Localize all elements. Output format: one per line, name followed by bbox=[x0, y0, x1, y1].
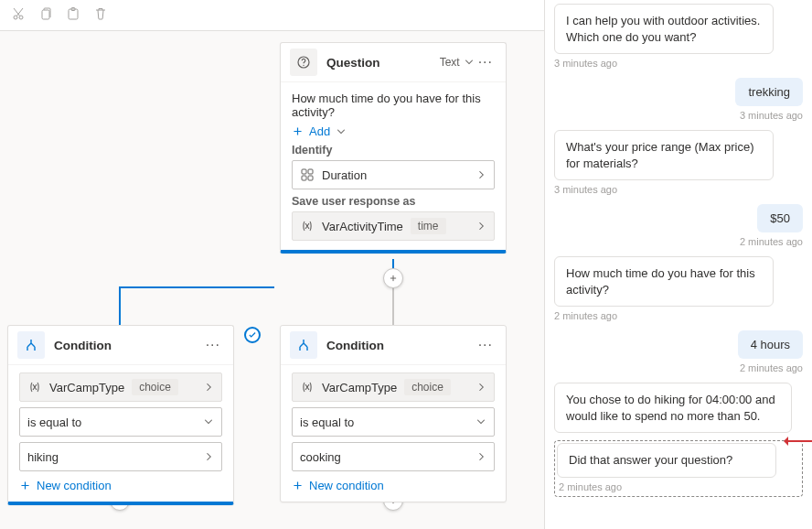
validated-badge bbox=[244, 327, 261, 343]
card-title: Question bbox=[326, 56, 440, 70]
variable-type-chip: choice bbox=[404, 379, 451, 395]
value-field[interactable]: hiking bbox=[19, 442, 222, 471]
more-icon[interactable]: ··· bbox=[202, 337, 224, 353]
timestamp: 3 minutes ago bbox=[554, 110, 803, 121]
authoring-canvas[interactable]: Question Text ··· How much time do you h… bbox=[0, 31, 544, 529]
bot-message: How much time do you have for this activ… bbox=[554, 256, 774, 307]
bot-message: What's your price range (Max price) for … bbox=[554, 130, 774, 180]
grid-icon bbox=[300, 167, 315, 182]
annotation-arrow bbox=[785, 440, 812, 442]
operator-field[interactable]: is equal to bbox=[19, 407, 222, 437]
timestamp: 3 minutes ago bbox=[554, 184, 803, 195]
chevron-down-icon bbox=[203, 416, 214, 427]
bot-message: I can help you with outdoor activities. … bbox=[554, 4, 774, 54]
branch-icon bbox=[290, 331, 317, 359]
operator-field[interactable]: is equal to bbox=[292, 407, 495, 437]
timestamp: 3 minutes ago bbox=[554, 58, 803, 69]
question-type-label: Text bbox=[440, 56, 460, 69]
chevron-right-icon bbox=[475, 451, 486, 462]
condition-card[interactable]: Condition ··· VarCampType choice is equa… bbox=[280, 325, 507, 502]
new-condition-button[interactable]: New condition bbox=[292, 479, 495, 492]
more-icon[interactable]: ··· bbox=[475, 54, 497, 70]
variable-type-chip: choice bbox=[132, 379, 178, 395]
variable-field[interactable]: VarCampType choice bbox=[292, 372, 495, 402]
user-message: $50 bbox=[757, 204, 803, 232]
bot-message: Did that answer your question? bbox=[557, 443, 776, 478]
copy-icon[interactable] bbox=[38, 6, 53, 25]
condition-card[interactable]: Condition ··· VarCampType choice is equa… bbox=[7, 325, 234, 505]
toolbar bbox=[0, 0, 544, 31]
question-prompt: How much time do you have for this activ… bbox=[292, 92, 495, 119]
variable-field[interactable]: VarCampType choice bbox=[19, 372, 222, 402]
chevron-right-icon bbox=[475, 169, 486, 180]
question-card[interactable]: Question Text ··· How much time do you h… bbox=[280, 42, 507, 254]
card-title: Condition bbox=[326, 339, 475, 352]
save-response-label: Save user response as bbox=[292, 195, 495, 208]
card-title: Condition bbox=[54, 339, 202, 352]
chevron-right-icon bbox=[475, 382, 486, 393]
test-chat-panel: I can help you with outdoor activities. … bbox=[544, 0, 812, 529]
add-message-button[interactable]: Add bbox=[292, 124, 495, 138]
pending-message-group: Did that answer your question? 2 minutes… bbox=[554, 440, 803, 497]
bot-message: You chose to do hiking for 04:00:00 and … bbox=[554, 383, 792, 433]
timestamp: 2 minutes ago bbox=[559, 481, 800, 492]
identify-field[interactable]: Duration bbox=[292, 160, 495, 189]
variable-icon bbox=[300, 219, 315, 233]
variable-type-chip: time bbox=[411, 218, 446, 234]
branch-icon bbox=[17, 331, 45, 359]
timestamp: 2 minutes ago bbox=[554, 362, 803, 373]
identify-label: Identify bbox=[292, 144, 495, 157]
question-icon bbox=[290, 49, 317, 76]
chevron-right-icon bbox=[203, 451, 214, 462]
delete-icon[interactable] bbox=[93, 6, 108, 25]
chevron-right-icon bbox=[475, 221, 486, 232]
variable-icon bbox=[300, 380, 315, 394]
paste-icon[interactable] bbox=[66, 6, 80, 25]
add-node-button[interactable] bbox=[383, 268, 403, 288]
chevron-right-icon bbox=[203, 382, 214, 393]
variable-field[interactable]: VarActivityTime time bbox=[292, 211, 495, 241]
user-message: 4 hours bbox=[738, 330, 803, 359]
chevron-down-icon bbox=[336, 126, 347, 137]
timestamp: 2 minutes ago bbox=[554, 310, 803, 321]
user-message: trekking bbox=[735, 78, 803, 106]
cut-icon[interactable] bbox=[11, 6, 26, 25]
value-field[interactable]: cooking bbox=[292, 442, 495, 471]
chevron-down-icon bbox=[475, 416, 486, 427]
variable-icon bbox=[27, 380, 42, 394]
more-icon[interactable]: ··· bbox=[475, 337, 497, 353]
timestamp: 2 minutes ago bbox=[554, 236, 803, 247]
new-condition-button[interactable]: New condition bbox=[19, 479, 222, 492]
chevron-down-icon[interactable] bbox=[464, 57, 475, 68]
